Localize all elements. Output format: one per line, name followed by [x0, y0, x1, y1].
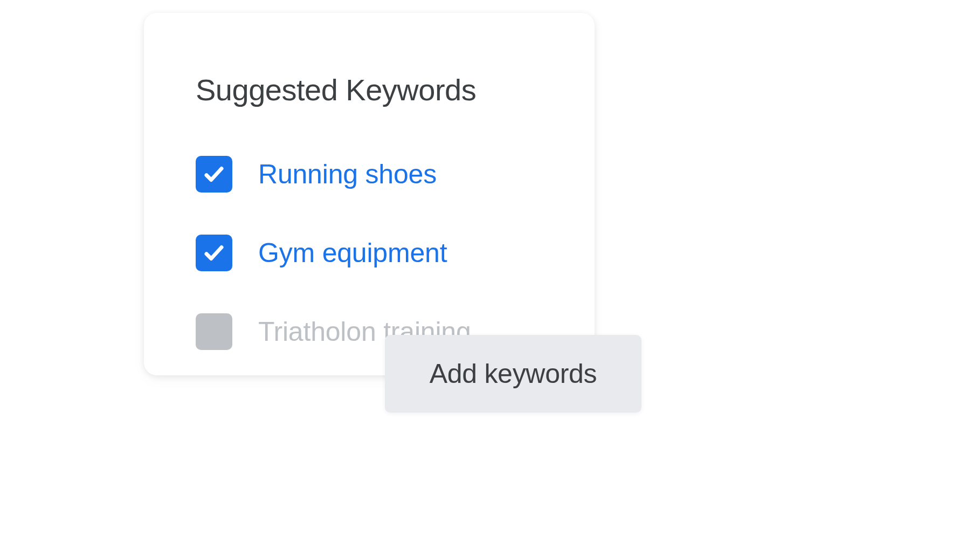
check-icon	[203, 163, 225, 186]
checkbox-triathlon-training[interactable]	[196, 313, 232, 350]
keyword-list: Running shoes Gym equipment Triatholon t…	[196, 156, 543, 350]
card-title: Suggested Keywords	[196, 72, 543, 107]
add-keywords-button[interactable]: Add keywords	[385, 335, 641, 413]
suggested-keywords-card: Suggested Keywords Running shoes Gym equ…	[144, 13, 595, 375]
keyword-item[interactable]: Running shoes	[196, 156, 543, 193]
keyword-item[interactable]: Gym equipment	[196, 235, 543, 271]
keyword-label: Running shoes	[258, 159, 437, 190]
checkbox-running-shoes[interactable]	[196, 156, 232, 193]
button-label: Add keywords	[430, 358, 597, 389]
check-icon	[203, 242, 225, 264]
checkbox-gym-equipment[interactable]	[196, 235, 232, 271]
keyword-label: Gym equipment	[258, 237, 447, 269]
